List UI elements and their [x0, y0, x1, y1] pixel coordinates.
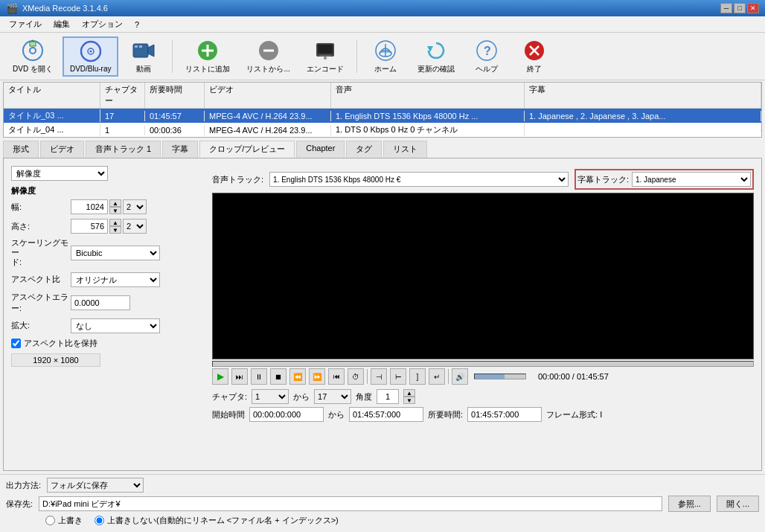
help-button[interactable]: ? ヘルプ: [464, 36, 509, 77]
update-button[interactable]: 更新の確認: [411, 36, 461, 77]
chapter-row: チャプタ: 12345 から 17 角度 ▲ ▼: [212, 388, 754, 406]
audio-track-select[interactable]: 1. English DTS 1536 Kbps 48000 Hz €: [269, 172, 569, 187]
col-chapter: チャプター: [100, 83, 145, 108]
keep-aspect-row: アスペクト比を保持: [11, 338, 206, 349]
menu-options[interactable]: オプション: [76, 17, 129, 31]
pause-button[interactable]: ⏸: [251, 368, 267, 385]
home-button[interactable]: ホーム: [363, 36, 408, 77]
width-up-btn[interactable]: ▲: [109, 199, 121, 207]
overwrite-option[interactable]: 上書き: [45, 515, 83, 526]
tab-list[interactable]: リスト: [383, 141, 427, 158]
chapter-from-select[interactable]: 12345: [252, 389, 289, 404]
keep-aspect-checkbox[interactable]: [11, 339, 21, 348]
file-list: タイトル チャプター 所要時間 ビデオ 音声 字幕 タイトル_03 ... 17…: [3, 82, 762, 138]
angle-input[interactable]: [377, 389, 399, 404]
scaling-label: スケーリングモード:: [11, 238, 71, 268]
title-bar-controls: ─ □ ✕: [720, 3, 759, 13]
timer-button[interactable]: ⏱: [348, 368, 364, 385]
height-up-btn[interactable]: ▲: [109, 219, 121, 226]
help-label: ヘルプ: [476, 64, 498, 74]
open-folder-button[interactable]: 開く...: [717, 496, 759, 512]
tab-video[interactable]: ビデオ: [40, 141, 84, 158]
save-path-label: 保存先:: [6, 499, 33, 510]
tab-crop-preview[interactable]: クロップ/プレビュー: [199, 141, 295, 158]
tab-chapter[interactable]: Chapter: [296, 141, 345, 158]
open-dvd-button[interactable]: DVD を開く: [6, 36, 60, 77]
video-button[interactable]: 動画: [121, 36, 166, 77]
chapter-to-select[interactable]: 17: [314, 389, 351, 404]
fast-forward-button[interactable]: ⏩: [309, 368, 325, 385]
mark-out-button[interactable]: ⊢: [390, 368, 406, 385]
width-down-btn[interactable]: ▼: [109, 207, 121, 214]
file-list-row[interactable]: タイトル_04 ... 1 00:00:36 MPEG-4 AVC / H.26…: [4, 123, 761, 137]
jump-button[interactable]: ↵: [429, 368, 445, 385]
rewind-button[interactable]: ⏪: [289, 368, 306, 385]
start-time-input[interactable]: [249, 407, 324, 422]
cell-audio-0: 1. English DTS 1536 Kbps 48000 Hz ...: [331, 111, 525, 121]
dvd-bluray-button[interactable]: DVD/Blu-ray: [63, 36, 119, 77]
menu-edit[interactable]: 編集: [48, 17, 76, 31]
width-input[interactable]: [71, 199, 108, 214]
svg-rect-18: [319, 55, 331, 57]
tab-format[interactable]: 形式: [3, 141, 39, 158]
bottom-bar: 出力方法: フォルダに保存 保存先: 参照... 開く... 上書き 上書きしな…: [0, 474, 765, 532]
dvd-bluray-label: DVD/Blu-ray: [70, 65, 112, 73]
scaling-select[interactable]: Bicubic: [71, 246, 160, 260]
encode-button[interactable]: エンコード: [300, 36, 351, 77]
resolution-mode-select[interactable]: 解像度: [11, 166, 108, 181]
svg-point-1: [30, 48, 36, 54]
width-divisor-select[interactable]: 2: [123, 199, 147, 214]
subtitle-track-select[interactable]: 1. Japanese 2. Japanese 3. Japanese: [632, 172, 751, 187]
col-video: ビデオ: [205, 83, 331, 108]
zoom-select[interactable]: なし: [71, 318, 160, 333]
width-spinner: ▲ ▼ 2: [71, 199, 147, 214]
right-panel: 音声トラック: 1. English DTS 1536 Kbps 48000 H…: [209, 163, 757, 426]
close-button[interactable]: ✕: [747, 3, 759, 13]
chapter-to-label: から: [293, 391, 310, 403]
aspect-error-input[interactable]: [71, 295, 130, 310]
play-button[interactable]: ▶: [212, 368, 228, 385]
minimize-button[interactable]: ─: [720, 3, 732, 13]
add-list-label: リストに追加: [185, 64, 230, 74]
file-list-row[interactable]: タイトル_03 ... 17 01:45:57 MPEG-4 AVC / H.2…: [4, 109, 761, 123]
update-label: 更新の確認: [417, 64, 455, 74]
aspect-row: アスペクト比 オリジナル: [11, 272, 206, 287]
angle-down-btn[interactable]: ▼: [403, 397, 415, 404]
height-down-btn[interactable]: ▼: [109, 226, 121, 234]
bracket-close-button[interactable]: ]: [409, 368, 426, 385]
height-divisor-select[interactable]: 2: [123, 219, 147, 234]
aspect-select[interactable]: オリジナル: [71, 272, 160, 287]
tab-subtitle[interactable]: 字幕: [162, 141, 198, 158]
mark-in-button[interactable]: ⊣: [371, 368, 387, 385]
height-input[interactable]: [71, 219, 108, 234]
progress-bar-container[interactable]: [212, 361, 754, 367]
menu-help[interactable]: ?: [129, 19, 145, 31]
svg-text:?: ?: [484, 45, 491, 57]
browse-button[interactable]: 参照...: [668, 496, 711, 512]
maximize-button[interactable]: □: [734, 3, 746, 13]
menu-file[interactable]: ファイル: [3, 17, 48, 31]
volume-button[interactable]: 🔊: [452, 368, 468, 385]
list-from-label: リストから...: [246, 64, 289, 74]
help-icon: ?: [475, 39, 499, 63]
overwrite-radio[interactable]: [45, 516, 55, 525]
end-time-input[interactable]: [349, 407, 423, 422]
quit-button[interactable]: 終了: [512, 36, 557, 77]
output-method-select[interactable]: フォルダに保存: [47, 478, 144, 493]
list-from-button[interactable]: リストから...: [240, 36, 296, 77]
tab-audio[interactable]: 音声トラック 1: [86, 141, 161, 158]
next-chapter-button[interactable]: ⏭: [231, 368, 248, 385]
stop-button[interactable]: ⏹: [270, 368, 287, 385]
duration-input[interactable]: [467, 407, 542, 422]
prev-frame-button[interactable]: ⏮: [328, 368, 345, 385]
save-path-input[interactable]: [39, 496, 662, 511]
angle-spinner-btns: ▲ ▼: [403, 389, 415, 404]
svg-rect-17: [318, 45, 333, 54]
no-overwrite-radio[interactable]: [95, 516, 104, 525]
menu-bar: ファイル 編集 オプション ?: [0, 16, 765, 33]
add-list-button[interactable]: リストに追加: [179, 36, 237, 77]
cell-duration-0: 01:45:57: [145, 111, 205, 121]
no-overwrite-option[interactable]: 上書きしない(自動的にリネーム <ファイル名 + インデックス>): [95, 515, 339, 526]
tab-tag[interactable]: タグ: [346, 141, 382, 158]
angle-up-btn[interactable]: ▲: [403, 389, 415, 397]
